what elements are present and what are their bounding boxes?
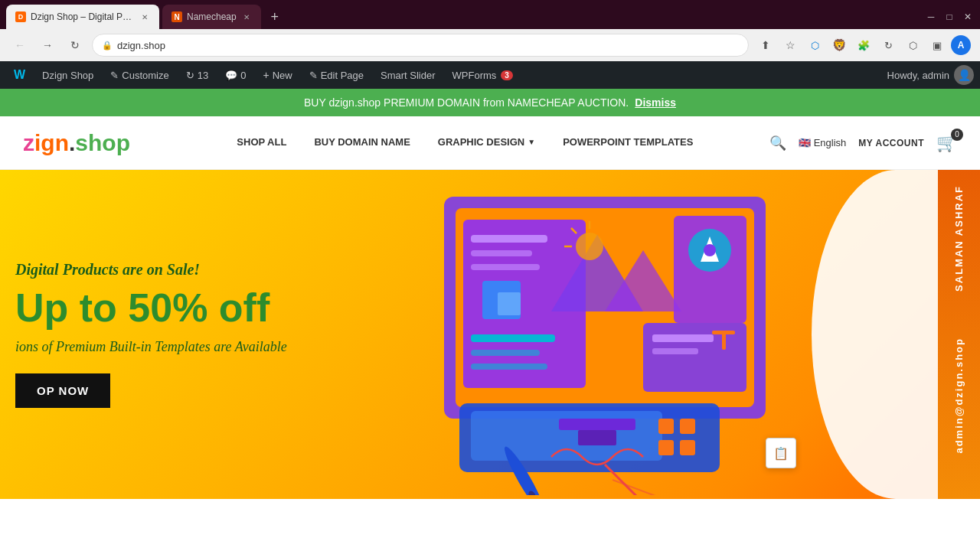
wp-smart-slider[interactable]: Smart Slider	[373, 61, 443, 89]
hero-content: Digital Products are on Sale! Up to 50% …	[0, 230, 287, 439]
svg-rect-32	[658, 440, 674, 455]
url-bar[interactable]: 🔒 dzign.shop	[92, 34, 749, 57]
side-panel: SALMAN ASHRAF admin@dzign.shop	[938, 170, 980, 499]
svg-point-13	[576, 233, 603, 260]
site-header: zign.shop SHOP ALL BUY DOMAIN NAME GRAPH…	[0, 116, 980, 170]
flag-icon: 🇬🇧	[799, 137, 811, 148]
my-account-button[interactable]: MY ACCOUNT	[858, 138, 924, 148]
wp-admin-bar: W Dzign Shop ✎ Customize ↻ 13 💬 0 + New …	[0, 61, 980, 89]
lock-icon: 🔒	[102, 41, 113, 51]
site-name-label: Dzign Shop	[42, 70, 93, 81]
svg-rect-33	[680, 440, 695, 455]
microsoft-icon[interactable]: ⬡	[804, 34, 825, 56]
wp-logo-item[interactable]: W	[6, 61, 33, 89]
address-bar: ← → ↻ 🔒 dzign.shop ⬆ ☆ ⬡ 🦁 🧩 ↻ ⬡ ▣ A	[0, 29, 980, 61]
wp-edit-page[interactable]: ✎ Edit Page	[302, 61, 371, 89]
dismiss-link[interactable]: Dismiss	[635, 96, 676, 109]
main-nav: SHOP ALL BUY DOMAIN NAME GRAPHIC DESIGN …	[161, 116, 769, 170]
language-selector[interactable]: 🇬🇧 English	[799, 137, 847, 148]
updates-count: 13	[198, 70, 208, 81]
nav-buy-domain[interactable]: BUY DOMAIN NAME	[300, 116, 423, 170]
tab-bar: D Dzign Shop – Digital Products ✕ N Name…	[0, 0, 980, 29]
svg-rect-22	[652, 334, 714, 342]
svg-rect-5	[471, 264, 540, 270]
wp-howdy-section[interactable]: Howdy, admin 👤	[887, 65, 974, 85]
window-controls: ─ □ ✕	[925, 11, 974, 23]
cart-count: 0	[951, 129, 963, 141]
logo-ign: ign	[34, 130, 69, 155]
nav-graphic-design[interactable]: GRAPHIC DESIGN ▼	[424, 116, 549, 170]
new-tab-button[interactable]: +	[264, 6, 286, 28]
search-button[interactable]: 🔍	[769, 135, 786, 152]
wp-site-name[interactable]: Dzign Shop	[34, 61, 101, 89]
wpforms-label: WPForms	[452, 70, 497, 81]
wpforms-badge: 3	[501, 70, 513, 80]
wp-updates[interactable]: ↻ 13	[178, 61, 216, 89]
puzzle-icon[interactable]: ⬡	[902, 34, 923, 56]
sync-icon[interactable]: ↻	[877, 34, 899, 56]
wp-new[interactable]: + New	[255, 61, 299, 89]
wp-wpforms[interactable]: WPForms 3	[445, 61, 521, 89]
new-label: New	[273, 70, 292, 81]
hero-subtitle: Digital Products are on Sale!	[15, 261, 287, 279]
svg-rect-9	[471, 350, 540, 356]
wp-customize[interactable]: ✎ Customize	[103, 61, 176, 89]
wp-comments[interactable]: 💬 0	[217, 61, 253, 89]
logo-shop: shop	[75, 130, 130, 155]
profile-avatar[interactable]: A	[951, 35, 971, 55]
widget-icon: 📋	[773, 446, 789, 461]
customize-label: Customize	[122, 70, 168, 81]
site-logo[interactable]: zign.shop	[23, 130, 130, 156]
illustration-svg	[383, 174, 812, 495]
svg-rect-3	[471, 235, 547, 243]
tab-label-dzign: Dzign Shop – Digital Products	[31, 11, 135, 22]
sidebar-icon[interactable]: ▣	[926, 34, 948, 56]
forward-button[interactable]: →	[37, 34, 58, 56]
browser-chrome: D Dzign Shop – Digital Products ✕ N Name…	[0, 0, 980, 61]
shop-now-button[interactable]: OP NOW	[15, 373, 110, 408]
svg-rect-34	[559, 419, 635, 430]
comments-count: 0	[240, 70, 246, 81]
tab-close-dzign[interactable]: ✕	[139, 11, 150, 22]
smart-slider-label: Smart Slider	[381, 70, 436, 81]
nav-powerpoint[interactable]: POWERPOINT TEMPLATES	[549, 116, 707, 170]
svg-rect-23	[652, 348, 698, 354]
notification-text: BUY dzign.shop PREMIUM DOMAIN from NAMEC…	[304, 96, 629, 109]
tab-namecheap[interactable]: N Namecheap ✕	[162, 5, 261, 29]
nav-powerpoint-label: POWERPOINT TEMPLATES	[563, 136, 693, 148]
window-maximize[interactable]: □	[943, 11, 956, 23]
window-minimize[interactable]: ─	[925, 11, 937, 23]
brave-icon[interactable]: 🦁	[828, 34, 850, 56]
edit-icon: ✎	[309, 70, 318, 81]
my-account-label: MY ACCOUNT	[858, 138, 924, 148]
admin-avatar: 👤	[954, 65, 974, 85]
tab-dzign-shop[interactable]: D Dzign Shop – Digital Products ✕	[6, 5, 159, 29]
wp-logo-icon: W	[14, 68, 25, 82]
cart-button[interactable]: 🛒 0	[936, 133, 957, 153]
nav-shop-all-label: SHOP ALL	[237, 136, 286, 148]
hero-description: ions of Premium Built-in Templates are A…	[15, 339, 287, 355]
url-text: dzign.shop	[117, 40, 165, 51]
browser-actions: ⬆ ☆ ⬡ 🦁 🧩 ↻ ⬡ ▣ A	[755, 34, 971, 56]
nav-shop-all[interactable]: SHOP ALL	[223, 116, 300, 170]
window-close[interactable]: ✕	[962, 11, 974, 23]
notification-bar: BUY dzign.shop PREMIUM DOMAIN from NAMEC…	[0, 89, 980, 116]
nav-buy-domain-label: BUY DOMAIN NAME	[314, 136, 410, 148]
tab-label-namecheap: Namecheap	[187, 11, 237, 22]
reload-button[interactable]: ↻	[64, 34, 86, 56]
nav-graphic-design-label: GRAPHIC DESIGN	[438, 136, 524, 148]
extension-icon[interactable]: 🧩	[853, 34, 874, 56]
svg-rect-31	[680, 419, 695, 434]
share-icon[interactable]: ⬆	[755, 34, 776, 56]
bookmark-icon[interactable]: ☆	[779, 34, 801, 56]
svg-rect-8	[471, 334, 555, 342]
logo-z: z	[23, 130, 34, 155]
svg-rect-7	[498, 292, 521, 315]
tab-favicon-dzign: D	[15, 11, 26, 22]
hero-section: Digital Products are on Sale! Up to 50% …	[0, 170, 980, 499]
tab-close-namecheap[interactable]: ✕	[241, 11, 252, 22]
widget-popup[interactable]: 📋	[766, 438, 796, 468]
svg-rect-10	[471, 364, 547, 370]
vertical-text-name: SALMAN ASHRAF	[953, 185, 965, 292]
back-button[interactable]: ←	[9, 34, 31, 56]
